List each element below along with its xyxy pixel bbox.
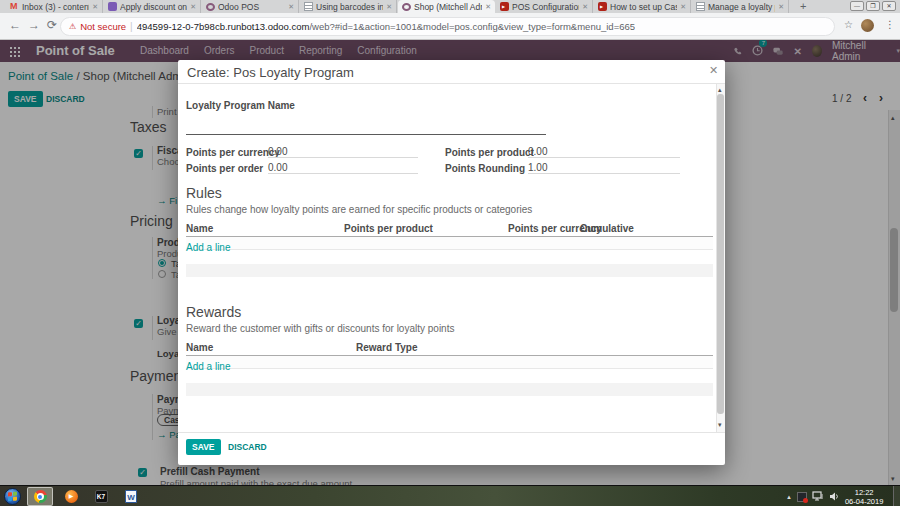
taskbar: ▲ 12:22 06-04-2019 <box>0 485 900 506</box>
forward-button[interactable]: → <box>28 18 40 32</box>
site-favicon <box>108 2 117 11</box>
modal-close-icon[interactable]: ✕ <box>709 64 718 77</box>
tab-loyalty-doc[interactable]: Manage a loyalty pro ✕ <box>692 0 789 13</box>
tab-pos-configuration[interactable]: POS Configuration ✕ <box>496 0 593 13</box>
url-text: 494599-12-0-7b98cb.runbot13.odoo.com/web… <box>137 21 635 32</box>
tab-label: Manage a loyalty pro <box>708 2 775 12</box>
tab-cash[interactable]: How to set up Cash C ✕ <box>594 0 691 13</box>
taskbar-word-button[interactable] <box>118 487 144 506</box>
taskbar-chrome-button[interactable] <box>27 487 53 506</box>
start-button[interactable] <box>4 488 21 505</box>
window-close-button[interactable]: ✕ <box>882 1 896 11</box>
points-rounding-input[interactable]: 1.00 <box>528 162 680 174</box>
rewards-col-reward-type: Reward Type <box>356 342 418 353</box>
odoo-favicon <box>402 3 411 11</box>
new-tab-button[interactable]: + <box>800 0 806 13</box>
network-icon[interactable] <box>812 491 824 502</box>
tab-close-icon[interactable]: ✕ <box>778 3 784 11</box>
tab-odoo-pos[interactable]: Odoo POS ✕ <box>202 0 299 13</box>
taskbar-clock[interactable]: 12:22 06-04-2019 <box>845 488 883 506</box>
video-favicon <box>500 2 509 11</box>
tab-label: Inbox (3) - contentw <box>22 2 89 12</box>
tab-close-icon[interactable]: ✕ <box>288 3 294 11</box>
k7-antivirus-icon <box>95 490 108 503</box>
tray-expand-icon[interactable]: ▲ <box>786 494 792 500</box>
tab-close-icon[interactable]: ✕ <box>680 3 686 11</box>
tray-antivirus-icon[interactable] <box>797 492 807 502</box>
rules-add-line-row[interactable]: Add a line <box>186 237 713 250</box>
browser-menu-icon[interactable]: ⋮ <box>885 19 895 30</box>
video-favicon <box>598 2 607 11</box>
tab-shop-active[interactable]: Shop (Mitchell Admi ✕ <box>398 0 495 13</box>
modal-save-button[interactable]: SAVE <box>186 439 221 455</box>
tab-barcodes[interactable]: Using barcodes in Po ✕ <box>300 0 397 13</box>
tab-apply-discount[interactable]: Apply discount on s ✕ <box>104 0 201 13</box>
warning-icon: ⚠ <box>69 22 76 31</box>
taskbar-k7-button[interactable] <box>88 487 114 506</box>
window-restore-button[interactable]: ❐ <box>866 1 880 11</box>
tab-close-icon[interactable]: ✕ <box>386 3 392 11</box>
address-bar[interactable]: ⚠ Not secure | 494599-12-0-7b98cb.runbot… <box>60 17 835 36</box>
browser-tab-strip: Inbox (3) - contentw ✕ Apply discount on… <box>0 0 900 13</box>
window-controls: — ❐ ✕ <box>850 1 896 11</box>
rules-col-cumulative: Cumulative <box>580 223 634 234</box>
rules-section-subtitle: Rules change how loyalty points are earn… <box>186 204 532 215</box>
rules-col-name: Name <box>186 223 213 234</box>
rewards-add-line-row[interactable]: Add a line <box>186 356 713 369</box>
odoo-favicon <box>206 3 215 11</box>
rewards-add-a-line-link[interactable]: Add a line <box>186 361 230 372</box>
gmail-favicon <box>10 2 19 11</box>
speaker-icon[interactable] <box>829 491 840 502</box>
tab-label: Apply discount on s <box>120 2 187 12</box>
rewards-section-subtitle: Reward the customer with gifts or discou… <box>186 323 454 334</box>
url-path: /web?#id=1&action=1001&model=pos.config&… <box>309 21 635 32</box>
clock-time: 12:22 <box>855 488 874 497</box>
modal-scrollbar-thumb[interactable] <box>717 94 724 414</box>
tab-close-icon[interactable]: ✕ <box>190 3 196 11</box>
media-player-icon <box>65 490 78 503</box>
divider <box>178 83 725 84</box>
empty-row-stripe <box>186 264 713 277</box>
divider <box>178 432 725 433</box>
modal-scroll-down-icon[interactable]: ▾ <box>718 421 722 428</box>
document-favicon <box>304 2 313 11</box>
loyalty-name-label: Loyalty Program Name <box>186 100 295 111</box>
points-per-order-input[interactable]: 0.00 <box>268 162 418 174</box>
tab-label: Odoo POS <box>218 2 285 12</box>
reload-button[interactable]: ⟳ <box>47 18 57 32</box>
modal-title: Create: Pos Loyalty Program <box>187 65 354 80</box>
tab-close-icon[interactable]: ✕ <box>582 3 588 11</box>
tab-close-icon[interactable]: ✕ <box>92 3 98 11</box>
chrome-icon <box>34 490 47 503</box>
bookmark-star-icon[interactable]: ☆ <box>844 19 853 30</box>
points-per-currency-label: Points per currency <box>186 147 280 158</box>
clock-date: 06-04-2019 <box>845 497 883 506</box>
rules-col-points-product: Points per product <box>344 223 433 234</box>
tab-label: POS Configuration <box>512 2 579 12</box>
points-per-currency-input[interactable]: 0.00 <box>268 146 418 158</box>
browser-profile-avatar[interactable] <box>861 19 874 32</box>
document-favicon <box>696 2 705 11</box>
taskbar-media-player-button[interactable] <box>58 487 84 506</box>
rewards-col-name: Name <box>186 342 213 353</box>
rules-add-a-line-link[interactable]: Add a line <box>186 242 230 253</box>
points-per-product-input[interactable]: 0.00 <box>528 146 680 158</box>
separator: | <box>130 21 133 32</box>
create-loyalty-program-modal: Create: Pos Loyalty Program ✕ Loyalty Pr… <box>178 60 725 465</box>
loyalty-name-input[interactable] <box>186 112 546 135</box>
window-minimize-button[interactable]: — <box>850 1 864 11</box>
not-secure-label: Not secure <box>80 21 126 32</box>
modal-discard-button[interactable]: DISCARD <box>228 442 267 452</box>
empty-row-stripe <box>186 383 713 396</box>
tab-label: How to set up Cash C <box>610 2 677 12</box>
tab-inbox[interactable]: Inbox (3) - contentw ✕ <box>6 0 103 13</box>
screen: Inbox (3) - contentw ✕ Apply discount on… <box>0 0 900 506</box>
points-per-product-label: Points per product <box>445 147 534 158</box>
points-per-order-label: Points per order <box>186 163 263 174</box>
back-button[interactable]: ← <box>9 18 21 32</box>
browser-toolbar: ← → ⟳ ⚠ Not secure | 494599-12-0-7b98cb.… <box>0 13 900 40</box>
tab-close-icon[interactable]: ✕ <box>485 3 491 11</box>
modal-scroll-up-icon[interactable]: ▴ <box>718 86 722 93</box>
show-desktop-button[interactable] <box>893 486 900 506</box>
rules-section-title: Rules <box>186 185 222 201</box>
